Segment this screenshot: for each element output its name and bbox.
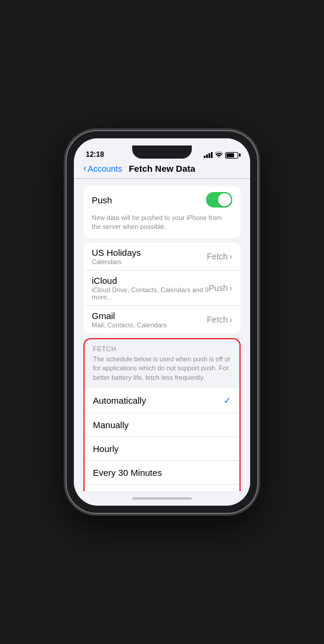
fetch-option-15-minutes[interactable]: Every 15 Minutes <box>85 485 239 491</box>
home-indicator[interactable] <box>74 491 250 506</box>
account-name-icloud: iCloud <box>92 275 208 286</box>
account-name-gmail: Gmail <box>92 311 207 321</box>
fetch-option-30-minutes[interactable]: Every 30 Minutes <box>85 461 239 485</box>
page-title: Fetch New Data <box>125 163 199 174</box>
battery-fill <box>226 153 234 157</box>
account-status-label-icloud: Push <box>208 283 228 293</box>
push-description: New data will be pushed to your iPhone f… <box>83 213 241 238</box>
phone-frame: 12:18 <box>67 131 257 513</box>
fetch-option-hourly[interactable]: Hourly <box>85 437 239 461</box>
push-label: Push <box>92 195 112 205</box>
signal-bar-3 <box>208 153 210 158</box>
home-bar <box>132 497 192 500</box>
account-status-label-gmail: Fetch <box>207 315 228 324</box>
battery-icon <box>225 152 238 159</box>
account-sub-us-holidays: Calendars <box>92 258 207 265</box>
account-status-gmail: Fetch › <box>207 315 232 324</box>
fetch-option-label-automatically: Automatically <box>93 395 146 405</box>
push-toggle[interactable] <box>206 192 232 208</box>
account-row-icloud[interactable]: iCloud iCloud Drive, Contacts, Calendars… <box>83 271 241 306</box>
account-status-us-holidays: Fetch › <box>207 252 232 261</box>
push-row: Push <box>83 186 241 213</box>
chevron-right-icon-us-holidays: › <box>229 252 232 261</box>
fetch-option-label-30-minutes: Every 30 Minutes <box>93 467 162 478</box>
account-row-us-holidays[interactable]: US Holidays Calendars Fetch › <box>83 243 241 271</box>
signal-bar-1 <box>204 156 205 158</box>
accounts-section: US Holidays Calendars Fetch › iCloud iCl… <box>83 243 241 333</box>
chevron-right-icon-icloud: › <box>229 283 232 293</box>
fetch-option-automatically[interactable]: Automatically ✓ <box>85 388 239 413</box>
toggle-knob <box>218 193 231 206</box>
fetch-option-label-hourly: Hourly <box>93 444 119 454</box>
back-label: Accounts <box>88 164 122 174</box>
chevron-left-icon: ‹ <box>83 163 86 173</box>
chevron-right-icon-gmail: › <box>229 315 232 324</box>
account-status-icloud: Push › <box>208 283 232 293</box>
account-sub-icloud: iCloud Drive, Contacts, Calendars and 9 … <box>92 286 208 301</box>
fetch-section: FETCH The schedule below is used when pu… <box>83 338 241 491</box>
fetch-section-header: FETCH <box>85 339 239 355</box>
phone-screen: 12:18 <box>74 138 250 506</box>
fetch-section-description: The schedule below is used when push is … <box>85 355 239 388</box>
status-icons <box>204 151 238 159</box>
push-section: Push New data will be pushed to your iPh… <box>83 186 241 238</box>
fetch-options-list: Automatically ✓ Manually Hourly Every 30… <box>85 388 239 491</box>
content-area[interactable]: Push New data will be pushed to your iPh… <box>74 179 250 491</box>
account-info-icloud: iCloud iCloud Drive, Contacts, Calendars… <box>92 275 208 301</box>
account-name-us-holidays: US Holidays <box>92 247 207 258</box>
signal-bar-4 <box>211 152 213 158</box>
account-info-gmail: Gmail Mail, Contacts, Calendars <box>92 311 207 329</box>
wifi-icon <box>215 151 223 159</box>
nav-bar: ‹ Accounts Fetch New Data <box>74 161 250 179</box>
fetch-option-manually[interactable]: Manually <box>85 413 239 437</box>
signal-bar-2 <box>206 154 208 158</box>
fetch-option-label-manually: Manually <box>93 420 129 430</box>
signal-icon <box>204 152 213 158</box>
back-button[interactable]: ‹ Accounts <box>83 164 125 174</box>
account-status-label-us-holidays: Fetch <box>207 252 228 261</box>
status-time: 12:18 <box>86 150 104 159</box>
notch <box>132 145 192 159</box>
account-row-gmail[interactable]: Gmail Mail, Contacts, Calendars Fetch › <box>83 306 241 333</box>
checkmark-automatically: ✓ <box>223 395 231 406</box>
account-sub-gmail: Mail, Contacts, Calendars <box>92 321 207 329</box>
account-info-us-holidays: US Holidays Calendars <box>92 247 207 265</box>
